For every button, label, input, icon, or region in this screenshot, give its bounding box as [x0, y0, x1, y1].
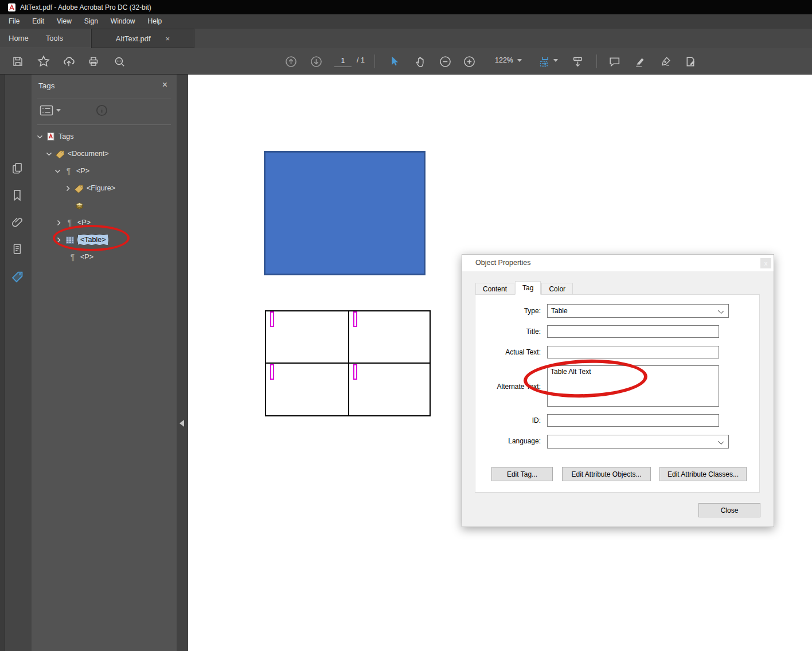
edit-attribute-classes-button[interactable]: Edit Attribute Classes...: [659, 467, 747, 481]
window-title: AltText.pdf - Adobe Acrobat Pro DC (32-b…: [20, 3, 151, 11]
tab-document[interactable]: AltText.pdf ×: [91, 29, 194, 48]
print-button[interactable]: [85, 53, 102, 70]
previous-page-button[interactable]: [282, 53, 299, 70]
tab-home[interactable]: Home: [0, 29, 37, 48]
fill-sign-button[interactable]: [682, 53, 699, 70]
bookmarks-button[interactable]: [10, 188, 24, 202]
edit-tag-button[interactable]: Edit Tag...: [491, 467, 553, 481]
dialog-title: Object Properties: [475, 259, 531, 267]
actual-text-input[interactable]: [547, 346, 719, 358]
toolbar-divider: [374, 54, 375, 68]
tab-tag[interactable]: Tag: [515, 281, 541, 295]
window-titlebar: AltText.pdf - Adobe Acrobat Pro DC (32-b…: [0, 0, 812, 14]
save-button[interactable]: [9, 53, 26, 70]
share-upload-button[interactable]: [60, 53, 77, 70]
text-caret-highlight: [270, 364, 274, 380]
tab-bar: Home Tools AltText.pdf ×: [0, 29, 812, 48]
panel-splitter[interactable]: [177, 75, 188, 651]
chevron-right-icon[interactable]: [64, 185, 71, 192]
tags-panel-title: Tags: [38, 81, 55, 90]
tab-close-icon[interactable]: ×: [166, 34, 170, 43]
highlight-button[interactable]: [631, 53, 649, 70]
tree-item-document[interactable]: <Document>: [32, 145, 177, 162]
next-page-button[interactable]: [307, 53, 325, 70]
id-input[interactable]: [547, 414, 719, 427]
tree-item-figure[interactable]: <Figure>: [32, 180, 177, 197]
chevron-down-icon[interactable]: [36, 134, 43, 139]
type-label: Type:: [475, 305, 541, 317]
tree-item-label: <Figure>: [87, 184, 115, 192]
title-label: Title:: [475, 325, 541, 338]
tags-icon: [10, 269, 24, 283]
table-row-divider: [266, 362, 430, 364]
title-input[interactable]: [547, 325, 719, 338]
chevron-right-icon[interactable]: [55, 237, 62, 243]
page-count-label: / 1: [357, 56, 365, 64]
alternate-text-label: Alternate Text:: [475, 380, 541, 393]
tree-item-content-stack[interactable]: [32, 197, 177, 214]
edit-attribute-objects-button[interactable]: Edit Attribute Objects...: [562, 467, 651, 481]
tree-item-p1[interactable]: ¶ <P>: [32, 162, 177, 180]
menu-help[interactable]: Help: [142, 14, 169, 29]
fit-width-button[interactable]: [536, 53, 553, 70]
page-number-input[interactable]: [334, 54, 352, 67]
tree-item-label: <Document>: [68, 150, 109, 158]
star-icon: [37, 54, 50, 68]
menu-edit[interactable]: Edit: [26, 14, 50, 29]
tab-color[interactable]: Color: [541, 283, 573, 295]
fill-sign-icon: [684, 55, 697, 68]
language-select[interactable]: [547, 435, 729, 449]
zoom-out-icon: [439, 55, 452, 68]
tags-options-button[interactable]: [40, 105, 61, 116]
menu-file[interactable]: File: [2, 14, 26, 29]
page-display-button[interactable]: [569, 53, 586, 70]
tab-tools[interactable]: Tools: [37, 29, 72, 48]
zoom-in-button[interactable]: [460, 53, 478, 70]
menu-sign[interactable]: Sign: [78, 14, 104, 29]
pdf-tags-icon: [46, 132, 56, 141]
attachments-button[interactable]: [10, 215, 24, 229]
tag-icon: [55, 150, 65, 158]
type-select[interactable]: Table: [547, 304, 729, 318]
page-thumbnails-button[interactable]: [10, 161, 24, 175]
sign-pen-icon: [659, 55, 672, 68]
tab-content[interactable]: Content: [475, 283, 514, 295]
tags-panel-close-icon[interactable]: ×: [162, 80, 167, 90]
attachments-paperclip-icon: [10, 215, 24, 229]
select-tool-button[interactable]: [385, 53, 403, 70]
comment-button[interactable]: [606, 53, 623, 70]
hand-tool-button[interactable]: [412, 53, 429, 70]
content-button[interactable]: [10, 242, 24, 256]
page-display-icon: [571, 55, 584, 68]
sign-button[interactable]: [657, 53, 674, 70]
alternate-text-input[interactable]: Table Alt Text: [547, 365, 719, 407]
text-caret-highlight: [270, 311, 274, 327]
zoom-level-caret-icon[interactable]: [517, 59, 522, 62]
close-button[interactable]: Close: [698, 503, 760, 517]
tree-item-table[interactable]: <Table>: [32, 231, 177, 248]
tree-item-p3[interactable]: ¶ <P>: [32, 248, 177, 266]
fit-width-caret-icon[interactable]: [553, 59, 558, 62]
tree-item-label: <P>: [76, 167, 89, 175]
highlight-icon: [634, 55, 647, 68]
favorites-button[interactable]: [35, 53, 52, 70]
collapse-panel-icon[interactable]: [179, 420, 184, 427]
chevron-down-icon[interactable]: [45, 151, 52, 157]
tag-info-button[interactable]: [96, 104, 108, 116]
tree-item-tags-root[interactable]: Tags: [32, 128, 177, 145]
chevron-down-icon[interactable]: [54, 169, 61, 174]
menu-view[interactable]: View: [50, 14, 78, 29]
dialog-close-icon[interactable]: x: [760, 258, 771, 268]
paragraph-icon: ¶: [65, 218, 75, 227]
zoom-level-value[interactable]: 122%: [485, 56, 513, 64]
find-button[interactable]: [111, 53, 128, 70]
menu-window[interactable]: Window: [104, 14, 142, 29]
tree-item-label: <P>: [77, 219, 91, 227]
chevron-right-icon[interactable]: [55, 220, 62, 226]
tab-document-label: AltText.pdf: [116, 34, 151, 43]
tags-panel-button[interactable]: [10, 269, 24, 283]
navigation-pane-strip: [0, 75, 32, 651]
zoom-out-button[interactable]: [436, 53, 454, 70]
paragraph-icon: ¶: [68, 252, 77, 262]
tree-item-p2[interactable]: ¶ <P>: [32, 214, 177, 231]
